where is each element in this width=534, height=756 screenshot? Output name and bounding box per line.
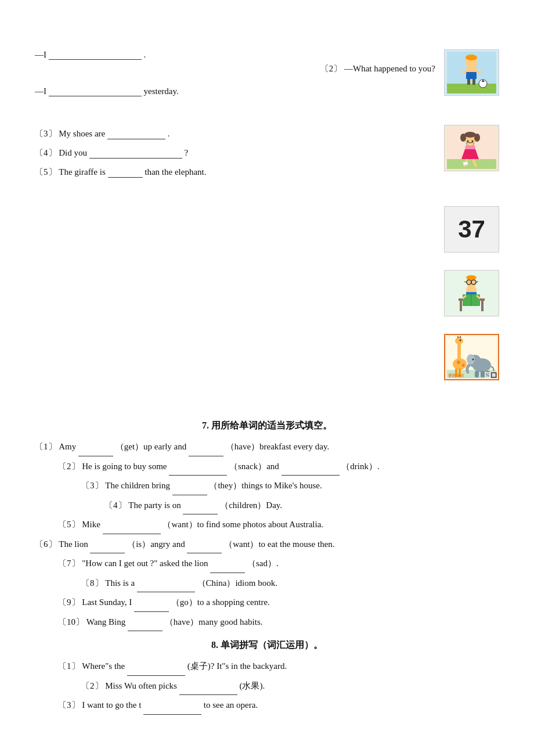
s7-q5-text: Mike (82, 520, 102, 529)
q5-suffix: than the elephant. (145, 167, 206, 177)
s7-q8-text-a: This is a (105, 578, 137, 588)
svg-point-23 (466, 142, 467, 145)
section-8: 8. 单词拼写（词汇运用）。 〔1〕 Where"s the (桌子)? It"… (35, 639, 499, 756)
svg-rect-27 (460, 301, 462, 311)
svg-point-49 (457, 361, 460, 364)
page-content: —I . 〔2〕 —What happened to you? (35, 49, 499, 756)
image-boy-reading (444, 270, 499, 316)
s7-q8: 〔8〕 This is a （China）idiom book. (35, 574, 499, 593)
image-boy-football (444, 49, 499, 96)
svg-rect-58 (475, 371, 479, 377)
s7-q9: 〔9〕 Last Sunday, I （go）to a shopping cen… (35, 593, 499, 612)
svg-rect-28 (481, 301, 484, 311)
blank-s7-q5 (103, 524, 161, 534)
s7-q9-num: 〔9〕 (58, 597, 80, 607)
q4-line: 〔4〕 Did you ? (35, 147, 435, 159)
s7-q1-get: （get）up early and (116, 442, 189, 451)
s7-q9-go: （go）to a shopping centre. (171, 597, 270, 607)
s8-q1-num: 〔1〕 (58, 661, 80, 671)
s8-q1: 〔1〕 Where"s the (桌子)? It"s in the backya… (35, 657, 499, 676)
svg-rect-6 (467, 79, 470, 85)
svg-rect-12 (447, 159, 496, 169)
svg-rect-44 (457, 342, 461, 359)
svg-rect-7 (472, 79, 475, 85)
question-i-blank: —I . (35, 49, 435, 60)
q2-yesterday: yesterday. (144, 87, 179, 96)
s7-q2-snack: （snack）and (229, 462, 282, 471)
s7-q6-text-a: The lion (59, 539, 90, 549)
s8-q3-num: 〔3〕 (58, 700, 80, 710)
section-7-header: 7. 用所给单词的适当形式填空。 (35, 420, 499, 432)
q2-i: —I (35, 87, 49, 96)
svg-rect-59 (481, 371, 485, 377)
image-giraffe-elephant: 赛跑场次 N 🔲 (444, 334, 499, 380)
blank-s7-q8 (137, 582, 195, 592)
svg-rect-1 (447, 84, 496, 93)
s7-q5-want: （want）to find some photos about Australi… (163, 520, 323, 529)
svg-rect-20 (463, 162, 468, 165)
blank-s7-q10 (128, 621, 163, 631)
svg-point-36 (466, 275, 477, 280)
q5-text: The giraffe is (59, 167, 107, 177)
number-37: 37 (458, 215, 485, 243)
s8-q2-num: 〔2〕 (81, 681, 103, 690)
svg-point-15 (464, 132, 476, 138)
section-7: 7. 用所给单词的适当形式填空。 〔1〕 Amy （get）up early a… (35, 420, 499, 631)
blank-s7-q3 (172, 485, 207, 495)
blank-s7-q7 (210, 563, 245, 573)
blank-s8-q1 (127, 665, 185, 676)
s7-q9-text-a: Last Sunday, I (82, 597, 134, 607)
q2-text: —What happened to you? (344, 64, 435, 73)
svg-rect-5 (466, 72, 477, 79)
s7-q4-children: （children）Day. (220, 501, 282, 510)
s8-q1-cn: (桌子)? It"s in the backyard. (187, 661, 287, 671)
svg-point-4 (466, 55, 477, 60)
s7-q7-text-a: "How can I get out ?" asked the lion (82, 559, 210, 568)
s7-q1: 〔1〕 Amy （get）up early and （have）breakfas… (35, 438, 499, 456)
s7-q4: 〔4〕 The party is on （children）Day. (35, 496, 499, 515)
image-37: 37 (444, 206, 499, 253)
svg-point-17 (474, 134, 480, 142)
s7-q10-text-a: Wang Bing (86, 617, 128, 627)
s7-q10-have: （have）many good habits. (165, 617, 263, 627)
s7-q7-sad: （sad）. (247, 559, 279, 568)
blank-s7-q6-a (90, 543, 125, 553)
s7-q6-is: （is）angry and (127, 539, 187, 549)
svg-point-24 (473, 142, 474, 145)
giraffe-label: N 🔲 (485, 372, 497, 378)
s7-q5: 〔5〕 Mike （want）to find some photos about… (35, 516, 499, 534)
blank-q5 (108, 167, 143, 178)
q-i-period: . (144, 50, 146, 59)
svg-point-50 (462, 364, 465, 367)
q3-period: . (168, 129, 170, 138)
s7-q3: 〔3〕 The children bring （they）things to M… (35, 477, 499, 495)
svg-point-21 (467, 141, 469, 142)
svg-text:赛跑场次: 赛跑场次 (448, 373, 464, 378)
blank-s7-q1-a (78, 446, 113, 456)
s7-q4-text-a: The party is on (128, 501, 183, 510)
s8-q2-text-a: Miss Wu often picks (105, 681, 179, 690)
s7-q5-num: 〔5〕 (58, 520, 80, 529)
q5-prefix: 〔5〕 (35, 167, 57, 177)
s7-q1-have: （have）breakfast every day. (226, 442, 330, 451)
s7-q7: 〔7〕 "How can I get out ?" asked the lion… (35, 555, 499, 573)
s7-q10-num: 〔10〕 (58, 617, 84, 627)
s7-q1-text: Amy (59, 442, 78, 451)
blank-s8-q3 (143, 704, 201, 715)
s7-q2-text: He is going to buy some (82, 462, 169, 471)
s7-q6-num: 〔6〕 (35, 539, 57, 549)
s7-q2: 〔2〕 He is going to buy some （snack）and （… (35, 458, 499, 476)
blank-s8-q2 (179, 685, 237, 695)
q5-line: 〔5〕 The giraffe is than the elephant. (35, 167, 435, 178)
svg-point-16 (460, 134, 466, 142)
s8-q1-text-a: Where"s the (82, 661, 127, 671)
top-section: —I . 〔2〕 —What happened to you? (35, 49, 499, 409)
image-girl-fell (444, 125, 499, 171)
s7-q2-drink: （drink）. (341, 462, 379, 471)
section-8-header: 8. 单词拼写（词汇运用）。 (35, 639, 499, 651)
s7-q2-num: 〔2〕 (58, 462, 80, 471)
blank-s7-q2-b (282, 465, 340, 476)
s7-q7-num: 〔7〕 (58, 559, 80, 568)
blank-s7-q1-b (189, 446, 223, 456)
q2-answer-line: —I yesterday. (35, 86, 435, 96)
